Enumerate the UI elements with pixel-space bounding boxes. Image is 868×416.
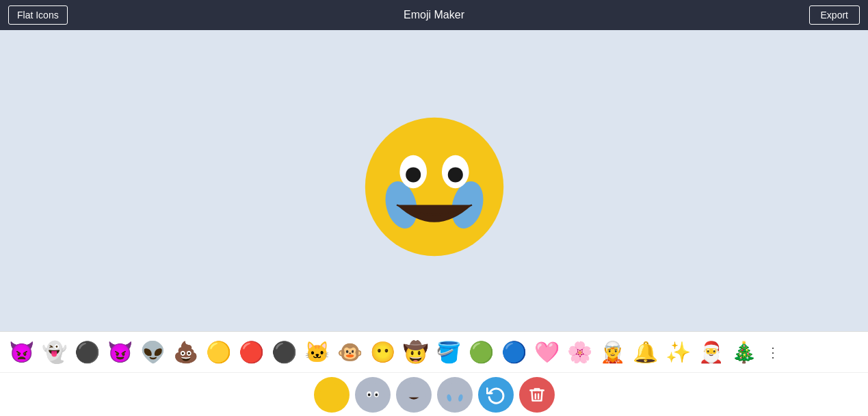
strip-icon-purple-devil[interactable]: 😈	[104, 337, 135, 368]
strip-icon-dark-circle[interactable]: ⚫	[268, 337, 300, 368]
delete-button[interactable]	[519, 377, 555, 413]
strip-icon-alien[interactable]: 👽	[137, 337, 168, 368]
svg-point-0	[365, 118, 503, 256]
tears-selector-button[interactable]	[437, 377, 473, 413]
strip-icon-devil[interactable]: 👿	[5, 337, 37, 368]
strip-icon-sparkle[interactable]: ✨	[662, 337, 694, 368]
canvas-area	[0, 30, 868, 343]
strip-icon-plain-face[interactable]: 😶	[367, 337, 398, 368]
strip-icon-ghost[interactable]: 👻	[38, 337, 70, 368]
action-strip	[0, 372, 868, 416]
strip-icon-flower[interactable]: 🌸	[564, 337, 595, 368]
flat-icons-button[interactable]: Flat Icons	[8, 5, 68, 25]
mouth-selector-button[interactable]	[396, 377, 432, 413]
svg-point-14	[443, 382, 466, 406]
emoji-preview	[359, 112, 510, 262]
strip-icon-elf[interactable]: 🧝	[596, 337, 628, 368]
export-button[interactable]: Export	[809, 5, 860, 25]
strip-icon-poop[interactable]: 💩	[170, 337, 201, 368]
face-selector-button[interactable]	[314, 377, 350, 413]
strip-icon-red-circle[interactable]: 🔴	[235, 337, 267, 368]
strip-icon-bucket[interactable]: 🪣	[432, 337, 464, 368]
svg-point-8	[360, 382, 384, 406]
header: Flat Icons Emoji Maker Export	[0, 0, 868, 30]
strip-icon-monkey[interactable]: 🐵	[334, 337, 365, 368]
strip-icon-xmas[interactable]: 🎄	[728, 337, 759, 368]
strip-icon-pink[interactable]: 🩷	[531, 337, 562, 368]
strip-icon-blue[interactable]: 🔵	[498, 337, 529, 368]
page-title: Emoji Maker	[404, 9, 464, 21]
strip-icon-bell[interactable]: 🔔	[629, 337, 661, 368]
strip-icon-green[interactable]: 🟢	[465, 337, 497, 368]
svg-point-6	[447, 167, 462, 182]
icon-strip: 👿👻⚫😈👽💩🟡🔴⚫🐱🐵😶🤠🪣🟢🔵🩷🌸🧝🔔✨🎅🎄⋮	[0, 331, 868, 372]
svg-point-11	[367, 393, 370, 396]
strip-icon-yellow-circle[interactable]: 🟡	[202, 337, 234, 368]
strip-icon-cowboy[interactable]: 🤠	[399, 337, 431, 368]
eyes-selector-button[interactable]	[355, 377, 391, 413]
strip-icon-santa[interactable]: 🎅	[695, 337, 726, 368]
more-icons-button[interactable]: ⋮	[761, 341, 785, 363]
svg-point-13	[402, 382, 425, 406]
svg-point-5	[406, 167, 421, 182]
strip-icon-gray-circle[interactable]: ⚫	[71, 337, 103, 368]
svg-point-12	[375, 393, 378, 396]
bottom-area: 👿👻⚫😈👽💩🟡🔴⚫🐱🐵😶🤠🪣🟢🔵🩷🌸🧝🔔✨🎅🎄⋮	[0, 331, 868, 416]
svg-point-7	[319, 382, 343, 406]
strip-icon-cat[interactable]: 🐱	[301, 337, 332, 368]
reset-button[interactable]	[478, 377, 514, 413]
